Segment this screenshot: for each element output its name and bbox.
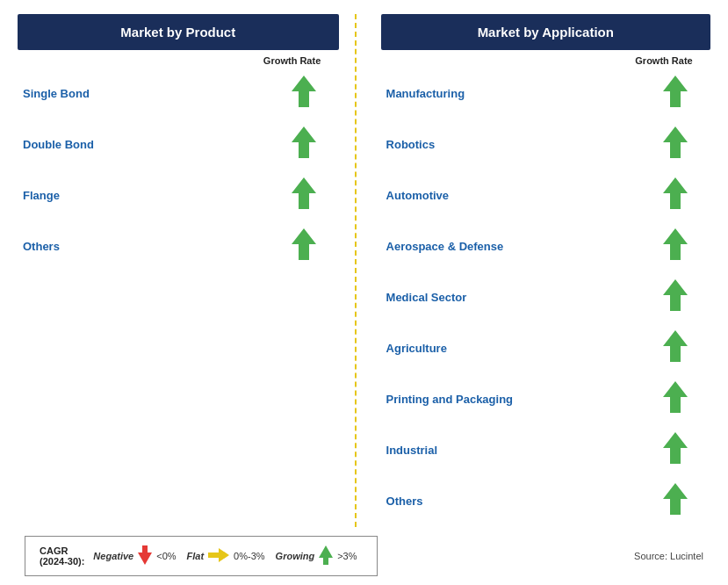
right-header: Market by Application (381, 14, 710, 50)
arrow-up-green-icon (661, 430, 689, 469)
item-label-automotive: Automotive (386, 189, 450, 202)
arrow-cell (649, 481, 710, 520)
item-label-single-bond: Single Bond (23, 87, 90, 100)
svg-marker-13 (138, 545, 152, 565)
arrow-up-green-icon (290, 227, 318, 265)
item-label-industrial: Industrial (386, 444, 438, 457)
arrow-cell (278, 227, 339, 265)
svg-marker-7 (663, 228, 688, 260)
arrow-cell (649, 329, 710, 367)
arrow-up-green-icon (661, 379, 689, 418)
svg-marker-14 (208, 548, 229, 562)
svg-marker-2 (292, 177, 316, 209)
list-item: Medical Sector (381, 271, 710, 322)
list-item: Single Bond (18, 68, 339, 119)
item-label-printing: Printing and Packaging (386, 393, 513, 406)
list-item: Automotive (381, 170, 710, 220)
arrow-cell (649, 74, 710, 112)
footer-row: CAGR(2024-30): Negative <0% Flat (18, 536, 710, 576)
svg-marker-15 (319, 545, 333, 565)
left-growth-label: Growth Rate (262, 55, 323, 66)
list-item: Others (381, 475, 710, 526)
right-panel: Market by Application Growth Rate Manufa… (364, 14, 710, 527)
arrow-cell (649, 278, 710, 316)
item-label-medical: Medical Sector (386, 291, 467, 304)
list-item: Others (18, 220, 339, 271)
right-growth-label-row: Growth Rate (381, 55, 710, 66)
legend-negative-range: <0% (156, 551, 176, 561)
legend-negative-label: Negative (93, 551, 133, 561)
arrow-up-green-icon (661, 176, 689, 214)
left-panel: Market by Product Growth Rate Single Bon… (18, 14, 348, 527)
list-item: Industrial (381, 424, 710, 475)
arrow-up-green-icon (661, 329, 689, 367)
item-label-flange: Flange (23, 189, 60, 202)
list-item: Printing and Packaging (381, 373, 710, 424)
list-item: Flange (18, 170, 339, 220)
legend-growing-label: Growing (276, 551, 315, 561)
svg-marker-9 (663, 330, 688, 362)
item-label-others-left: Others (23, 240, 60, 253)
legend-box: CAGR(2024-30): Negative <0% Flat (25, 536, 378, 576)
arrow-up-green-icon (661, 227, 689, 265)
arrow-cell (649, 430, 710, 469)
list-item: Manufacturing (381, 68, 710, 119)
right-growth-label: Growth Rate (633, 55, 695, 66)
list-item: Agriculture (381, 322, 710, 373)
arrow-down-red-icon (136, 544, 154, 568)
content-row: Market by Product Growth Rate Single Bon… (18, 14, 710, 527)
arrow-up-green-legend-icon (317, 544, 335, 568)
list-item: Double Bond (18, 119, 339, 170)
arrow-up-green-icon (661, 125, 689, 163)
left-growth-label-row: Growth Rate (18, 55, 339, 66)
arrow-up-green-icon (661, 74, 689, 112)
arrow-up-green-icon (661, 278, 689, 316)
svg-marker-3 (292, 228, 316, 260)
arrow-cell (649, 227, 710, 265)
item-label-aerospace: Aerospace & Defense (386, 240, 504, 253)
legend-item-negative: Negative <0% (93, 544, 176, 568)
left-header: Market by Product (18, 14, 339, 50)
legend-growing-range: >3% (337, 551, 357, 561)
legend-flat-label: Flat (187, 551, 205, 561)
legend-item-growing: Growing >3% (276, 544, 357, 568)
arrow-cell (278, 176, 339, 214)
item-label-manufacturing: Manufacturing (386, 87, 465, 100)
list-item: Aerospace & Defense (381, 220, 710, 271)
cagr-label: CAGR(2024-30): (40, 545, 84, 567)
svg-marker-0 (292, 76, 316, 107)
svg-marker-4 (663, 76, 688, 107)
arrow-up-green-icon (290, 176, 318, 214)
item-label-robotics: Robotics (386, 138, 436, 151)
svg-marker-6 (663, 177, 688, 209)
svg-marker-11 (663, 432, 688, 464)
svg-marker-12 (663, 483, 688, 515)
legend-flat-range: 0%-3% (234, 551, 264, 561)
arrow-right-yellow-icon (206, 546, 231, 566)
arrow-up-green-icon (290, 74, 318, 112)
source-text: Source: Lucintel (634, 551, 703, 561)
item-label-agriculture: Agriculture (386, 342, 447, 355)
legend-item-flat: Flat 0%-3% (187, 546, 265, 566)
arrow-cell (649, 379, 710, 418)
arrow-up-green-icon (661, 481, 689, 520)
item-label-double-bond: Double Bond (23, 138, 94, 151)
arrow-cell (649, 176, 710, 214)
svg-marker-8 (663, 279, 688, 311)
svg-marker-10 (663, 381, 688, 413)
svg-marker-1 (292, 126, 316, 158)
item-label-others-right: Others (386, 495, 423, 508)
main-container: Market by Product Growth Rate Single Bon… (0, 0, 728, 585)
arrow-cell (278, 125, 339, 163)
dashed-divider (355, 14, 357, 527)
arrow-cell (278, 74, 339, 112)
arrow-up-green-icon (290, 125, 318, 163)
arrow-cell (649, 125, 710, 163)
svg-marker-5 (663, 126, 688, 158)
list-item: Robotics (381, 119, 710, 170)
